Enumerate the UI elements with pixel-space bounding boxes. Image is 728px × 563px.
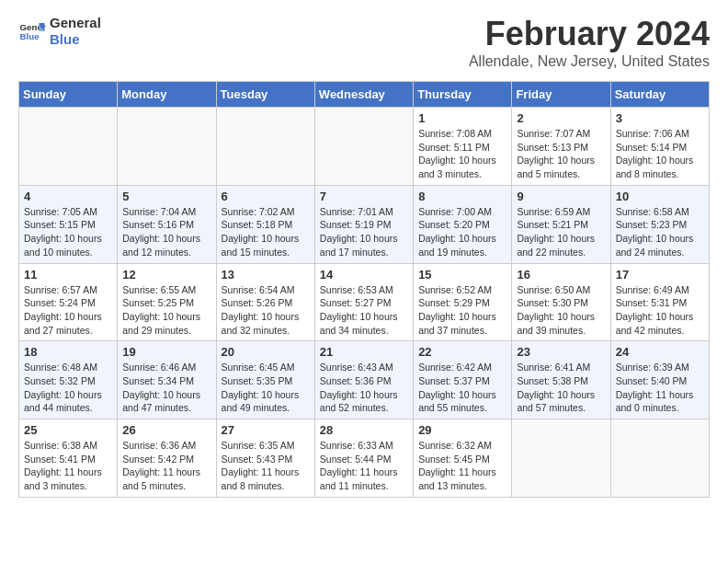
day-info: Sunrise: 6:50 AMSunset: 5:30 PMDaylight:… xyxy=(517,283,605,338)
day-number: 8 xyxy=(418,190,506,203)
calendar-day: 12Sunrise: 6:55 AMSunset: 5:25 PMDayligh… xyxy=(118,263,216,341)
day-info: Sunrise: 6:41 AMSunset: 5:38 PMDaylight:… xyxy=(517,361,605,415)
day-info: Sunrise: 6:49 AMSunset: 5:31 PMDaylight:… xyxy=(616,283,704,338)
calendar-day xyxy=(118,108,216,186)
calendar-day: 27Sunrise: 6:35 AMSunset: 5:43 PMDayligh… xyxy=(216,419,314,498)
day-info: Sunrise: 7:06 AMSunset: 5:14 PMDaylight:… xyxy=(616,127,704,181)
calendar-day: 26Sunrise: 6:36 AMSunset: 5:42 PMDayligh… xyxy=(118,419,216,498)
day-info: Sunrise: 6:46 AMSunset: 5:34 PMDaylight:… xyxy=(122,361,210,415)
day-info: Sunrise: 7:01 AMSunset: 5:19 PMDaylight:… xyxy=(320,205,408,259)
day-number: 27 xyxy=(222,423,310,437)
calendar-day: 21Sunrise: 6:43 AMSunset: 5:36 PMDayligh… xyxy=(314,341,413,419)
day-info: Sunrise: 6:52 AMSunset: 5:29 PMDaylight:… xyxy=(418,283,506,338)
col-header-monday: Monday xyxy=(118,82,216,108)
day-number: 4 xyxy=(24,190,112,203)
day-info: Sunrise: 6:42 AMSunset: 5:37 PMDaylight:… xyxy=(418,361,506,415)
calendar-day: 24Sunrise: 6:39 AMSunset: 5:40 PMDayligh… xyxy=(610,341,709,419)
svg-text:Blue: Blue xyxy=(20,31,40,41)
calendar-day: 28Sunrise: 6:33 AMSunset: 5:44 PMDayligh… xyxy=(314,419,413,498)
day-info: Sunrise: 6:39 AMSunset: 5:40 PMDaylight:… xyxy=(616,361,704,415)
calendar-day: 7Sunrise: 7:01 AMSunset: 5:19 PMDaylight… xyxy=(314,185,413,263)
day-info: Sunrise: 7:08 AMSunset: 5:11 PMDaylight:… xyxy=(418,127,506,181)
day-info: Sunrise: 7:02 AMSunset: 5:18 PMDaylight:… xyxy=(222,205,310,259)
calendar-day: 6Sunrise: 7:02 AMSunset: 5:18 PMDaylight… xyxy=(216,185,314,263)
calendar-day: 9Sunrise: 6:59 AMSunset: 5:21 PMDaylight… xyxy=(512,185,610,263)
day-number: 22 xyxy=(418,345,506,359)
day-number: 2 xyxy=(517,111,605,125)
logo-text-general: General xyxy=(50,15,101,31)
calendar-day xyxy=(19,108,118,186)
day-number: 13 xyxy=(222,268,310,282)
calendar-day: 2Sunrise: 7:07 AMSunset: 5:13 PMDaylight… xyxy=(512,108,610,186)
day-info: Sunrise: 7:07 AMSunset: 5:13 PMDaylight:… xyxy=(517,127,605,181)
calendar-day: 29Sunrise: 6:32 AMSunset: 5:45 PMDayligh… xyxy=(414,419,512,498)
day-number: 6 xyxy=(222,190,310,203)
calendar-day: 23Sunrise: 6:41 AMSunset: 5:38 PMDayligh… xyxy=(512,341,610,419)
calendar-day: 22Sunrise: 6:42 AMSunset: 5:37 PMDayligh… xyxy=(414,341,512,419)
calendar-day: 3Sunrise: 7:06 AMSunset: 5:14 PMDaylight… xyxy=(610,108,709,186)
calendar-day xyxy=(216,108,314,186)
day-number: 5 xyxy=(122,190,210,203)
day-info: Sunrise: 6:45 AMSunset: 5:35 PMDaylight:… xyxy=(222,361,310,415)
day-number: 1 xyxy=(418,111,506,125)
calendar-week-5: 25Sunrise: 6:38 AMSunset: 5:41 PMDayligh… xyxy=(19,419,710,498)
col-header-saturday: Saturday xyxy=(610,82,709,108)
day-number: 25 xyxy=(24,423,112,437)
calendar-day: 18Sunrise: 6:48 AMSunset: 5:32 PMDayligh… xyxy=(19,341,118,419)
title-area: February 2024 Allendale, New Jersey, Uni… xyxy=(469,15,710,70)
calendar-day: 20Sunrise: 6:45 AMSunset: 5:35 PMDayligh… xyxy=(216,341,314,419)
page-header: General Blue General Blue February 2024 … xyxy=(18,15,710,70)
calendar-day: 4Sunrise: 7:05 AMSunset: 5:15 PMDaylight… xyxy=(19,185,118,263)
day-number: 18 xyxy=(24,345,112,359)
logo: General Blue General Blue xyxy=(18,15,101,48)
day-number: 24 xyxy=(616,345,704,359)
day-info: Sunrise: 6:43 AMSunset: 5:36 PMDaylight:… xyxy=(320,361,408,415)
logo-text-blue: Blue xyxy=(50,31,101,48)
calendar-day: 10Sunrise: 6:58 AMSunset: 5:23 PMDayligh… xyxy=(610,185,709,263)
calendar-day: 8Sunrise: 7:00 AMSunset: 5:20 PMDaylight… xyxy=(414,185,512,263)
logo-icon: General Blue xyxy=(18,17,46,45)
day-info: Sunrise: 7:00 AMSunset: 5:20 PMDaylight:… xyxy=(418,205,506,259)
calendar-day: 13Sunrise: 6:54 AMSunset: 5:26 PMDayligh… xyxy=(216,263,314,341)
calendar-day: 1Sunrise: 7:08 AMSunset: 5:11 PMDaylight… xyxy=(414,108,512,186)
calendar-week-2: 4Sunrise: 7:05 AMSunset: 5:15 PMDaylight… xyxy=(19,185,710,263)
col-header-thursday: Thursday xyxy=(414,82,512,108)
day-info: Sunrise: 6:32 AMSunset: 5:45 PMDaylight:… xyxy=(418,439,506,493)
day-info: Sunrise: 7:04 AMSunset: 5:16 PMDaylight:… xyxy=(122,205,210,259)
calendar-day xyxy=(512,419,610,498)
day-info: Sunrise: 6:38 AMSunset: 5:41 PMDaylight:… xyxy=(24,439,112,493)
day-number: 9 xyxy=(517,190,605,203)
day-number: 26 xyxy=(122,423,210,437)
location-title: Allendale, New Jersey, United States xyxy=(469,53,710,70)
day-info: Sunrise: 6:35 AMSunset: 5:43 PMDaylight:… xyxy=(222,439,310,493)
day-number: 21 xyxy=(320,345,408,359)
month-title: February 2024 xyxy=(469,15,710,53)
calendar-day: 17Sunrise: 6:49 AMSunset: 5:31 PMDayligh… xyxy=(610,263,709,341)
calendar-day xyxy=(314,108,413,186)
day-number: 14 xyxy=(320,268,408,282)
day-number: 7 xyxy=(320,190,408,203)
calendar-day: 19Sunrise: 6:46 AMSunset: 5:34 PMDayligh… xyxy=(118,341,216,419)
calendar-day: 15Sunrise: 6:52 AMSunset: 5:29 PMDayligh… xyxy=(414,263,512,341)
day-number: 20 xyxy=(222,345,310,359)
day-number: 29 xyxy=(418,423,506,437)
day-number: 28 xyxy=(320,423,408,437)
day-number: 11 xyxy=(24,268,112,282)
calendar-day: 11Sunrise: 6:57 AMSunset: 5:24 PMDayligh… xyxy=(19,263,118,341)
day-info: Sunrise: 6:48 AMSunset: 5:32 PMDaylight:… xyxy=(24,361,112,415)
calendar-week-4: 18Sunrise: 6:48 AMSunset: 5:32 PMDayligh… xyxy=(19,341,710,419)
day-number: 17 xyxy=(616,268,704,282)
day-info: Sunrise: 6:54 AMSunset: 5:26 PMDaylight:… xyxy=(222,283,310,338)
day-number: 12 xyxy=(122,268,210,282)
day-info: Sunrise: 7:05 AMSunset: 5:15 PMDaylight:… xyxy=(24,205,112,259)
day-info: Sunrise: 6:33 AMSunset: 5:44 PMDaylight:… xyxy=(320,439,408,493)
day-info: Sunrise: 6:59 AMSunset: 5:21 PMDaylight:… xyxy=(517,205,605,259)
calendar-day: 5Sunrise: 7:04 AMSunset: 5:16 PMDaylight… xyxy=(118,185,216,263)
calendar-day: 16Sunrise: 6:50 AMSunset: 5:30 PMDayligh… xyxy=(512,263,610,341)
day-number: 23 xyxy=(517,345,605,359)
calendar-table: SundayMondayTuesdayWednesdayThursdayFrid… xyxy=(18,81,710,498)
calendar-day xyxy=(610,419,709,498)
day-info: Sunrise: 6:57 AMSunset: 5:24 PMDaylight:… xyxy=(24,283,112,338)
day-info: Sunrise: 6:58 AMSunset: 5:23 PMDaylight:… xyxy=(616,205,704,259)
day-info: Sunrise: 6:53 AMSunset: 5:27 PMDaylight:… xyxy=(320,283,408,338)
